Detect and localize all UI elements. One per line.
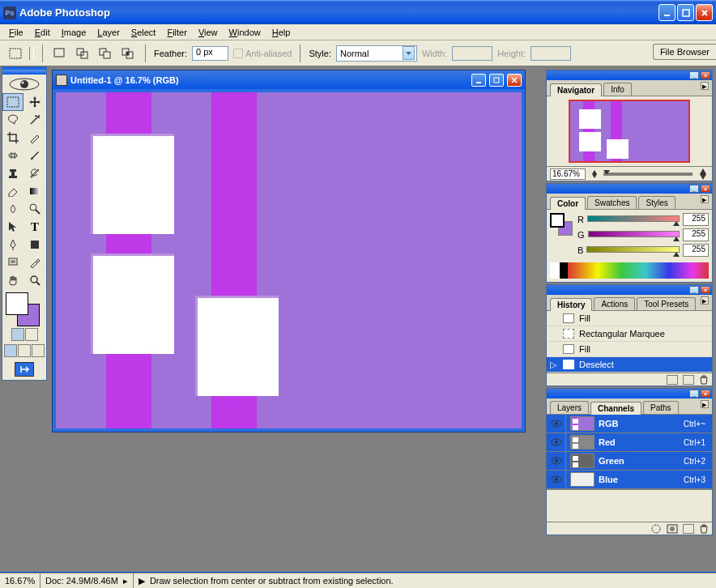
standard-mode-icon[interactable] <box>11 328 24 341</box>
status-doc-size[interactable]: Doc: 24.9M/8.46M ▸ <box>40 573 134 588</box>
wand-tool[interactable] <box>24 111 45 129</box>
sel-subtract-icon[interactable] <box>96 45 114 62</box>
shape-tool[interactable] <box>24 236 45 254</box>
minimize-button[interactable] <box>658 4 676 21</box>
sel-new-icon[interactable] <box>51 45 69 62</box>
menu-help[interactable]: Help <box>266 26 296 39</box>
history-item[interactable]: Rectangular Marquee <box>547 326 712 342</box>
jump-to-imageready-icon[interactable] <box>15 362 34 377</box>
ps-eye-icon[interactable] <box>2 75 46 93</box>
menu-select[interactable]: Select <box>126 26 162 39</box>
channel-row-blue[interactable]: Blue Ctrl+3 <box>547 471 712 489</box>
new-snapshot-icon[interactable] <box>667 375 678 385</box>
tab-history[interactable]: History <box>550 298 592 311</box>
doc-maximize-button[interactable] <box>489 74 504 87</box>
color-swatch-pair[interactable] <box>550 213 573 236</box>
hand-tool[interactable] <box>2 271 23 289</box>
file-browser-button[interactable]: File Browser <box>653 44 716 60</box>
screen-full-menu-icon[interactable] <box>18 344 31 357</box>
b-value[interactable]: 255 <box>683 244 709 257</box>
doc-close-button[interactable] <box>507 74 522 87</box>
r-slider[interactable] <box>587 215 680 224</box>
status-zoom[interactable]: 16.67% <box>0 573 40 588</box>
history-item[interactable]: Fill <box>547 311 712 326</box>
history-item[interactable]: ▷ Deselect <box>547 357 712 373</box>
sel-intersect-icon[interactable] <box>119 45 137 62</box>
tab-styles[interactable]: Styles <box>638 196 675 209</box>
foreground-swatch[interactable] <box>6 292 28 315</box>
menu-view[interactable]: View <box>193 26 224 39</box>
tab-tool-presets[interactable]: Tool Presets <box>637 297 696 310</box>
tab-actions[interactable]: Actions <box>594 297 635 310</box>
chevron-right-icon[interactable]: ▸ <box>123 576 128 586</box>
fg-swatch[interactable] <box>550 213 565 228</box>
panel-close-button[interactable]: × <box>701 185 710 193</box>
canvas[interactable] <box>56 92 522 428</box>
move-tool[interactable] <box>24 93 45 111</box>
path-select-tool[interactable] <box>2 218 23 236</box>
eyedropper-tool[interactable] <box>24 254 45 271</box>
channel-row-red[interactable]: Red Ctrl+1 <box>547 433 712 452</box>
menu-file[interactable]: File <box>3 26 29 39</box>
new-doc-icon[interactable] <box>683 375 694 385</box>
doc-minimize-button[interactable] <box>471 74 486 87</box>
g-slider[interactable] <box>588 231 680 239</box>
color-swatches[interactable] <box>2 289 46 326</box>
tab-info[interactable]: Info <box>603 83 632 96</box>
marquee-tool-icon[interactable] <box>6 45 24 62</box>
screen-full-icon[interactable] <box>32 344 45 357</box>
tab-navigator[interactable]: Navigator <box>550 83 602 96</box>
notes-tool[interactable] <box>2 254 23 271</box>
panel-menu-icon[interactable]: ▸ <box>701 82 709 90</box>
menu-filter[interactable]: Filter <box>161 26 192 39</box>
new-channel-icon[interactable] <box>683 524 694 534</box>
stamp-tool[interactable] <box>2 164 23 182</box>
heal-tool[interactable] <box>2 147 23 164</box>
brush-tool[interactable] <box>24 147 45 164</box>
lasso-tool[interactable] <box>2 111 23 129</box>
panel-close-button[interactable]: × <box>701 390 710 398</box>
panel-minimize-button[interactable]: _ <box>689 185 699 193</box>
slice-tool[interactable] <box>24 129 45 147</box>
pen-tool[interactable] <box>2 236 23 254</box>
panel-minimize-button[interactable]: _ <box>689 286 699 294</box>
menu-window[interactable]: Window <box>224 26 266 39</box>
panel-minimize-button[interactable]: _ <box>689 71 699 79</box>
tab-paths[interactable]: Paths <box>643 401 679 414</box>
panel-close-button[interactable]: × <box>701 71 710 79</box>
g-value[interactable]: 255 <box>683 228 709 241</box>
feather-input[interactable]: 0 px <box>192 46 228 61</box>
zoom-tool[interactable] <box>24 271 45 289</box>
visibility-icon[interactable] <box>547 433 566 451</box>
sel-add-icon[interactable] <box>74 45 92 62</box>
save-selection-icon[interactable] <box>667 524 678 534</box>
menu-image[interactable]: Image <box>56 26 92 39</box>
crop-tool[interactable] <box>2 129 23 147</box>
zoom-slider[interactable] <box>603 173 693 176</box>
type-tool[interactable]: T <box>24 218 45 236</box>
blur-tool[interactable] <box>2 200 23 218</box>
zoom-in-icon[interactable] <box>697 168 709 180</box>
tab-channels[interactable]: Channels <box>590 402 641 415</box>
close-button[interactable] <box>696 4 713 21</box>
navigator-zoom-input[interactable]: 16.67% <box>550 168 586 180</box>
zoom-out-icon[interactable] <box>590 170 599 178</box>
visibility-icon[interactable] <box>547 471 566 488</box>
panel-close-button[interactable]: × <box>701 286 710 294</box>
doc-titlebar[interactable]: Untitled-1 @ 16.7% (RGB) <box>53 70 525 89</box>
toolbox-grip[interactable] <box>2 67 46 75</box>
eraser-tool[interactable] <box>2 182 23 200</box>
maximize-button[interactable] <box>677 4 694 21</box>
menu-layer[interactable]: Layer <box>92 26 126 39</box>
history-item[interactable]: Fill <box>547 342 712 357</box>
tab-layers[interactable]: Layers <box>550 401 589 414</box>
load-selection-icon[interactable] <box>650 524 662 534</box>
tab-swatches[interactable]: Swatches <box>587 196 637 209</box>
channel-row-green[interactable]: Green Ctrl+2 <box>547 452 712 471</box>
dodge-tool[interactable] <box>24 200 45 218</box>
panel-minimize-button[interactable]: _ <box>689 390 699 398</box>
visibility-icon[interactable] <box>547 415 566 432</box>
trash-icon[interactable] <box>699 524 709 534</box>
tab-color[interactable]: Color <box>550 197 586 210</box>
panel-menu-icon[interactable]: ▸ <box>701 296 709 305</box>
